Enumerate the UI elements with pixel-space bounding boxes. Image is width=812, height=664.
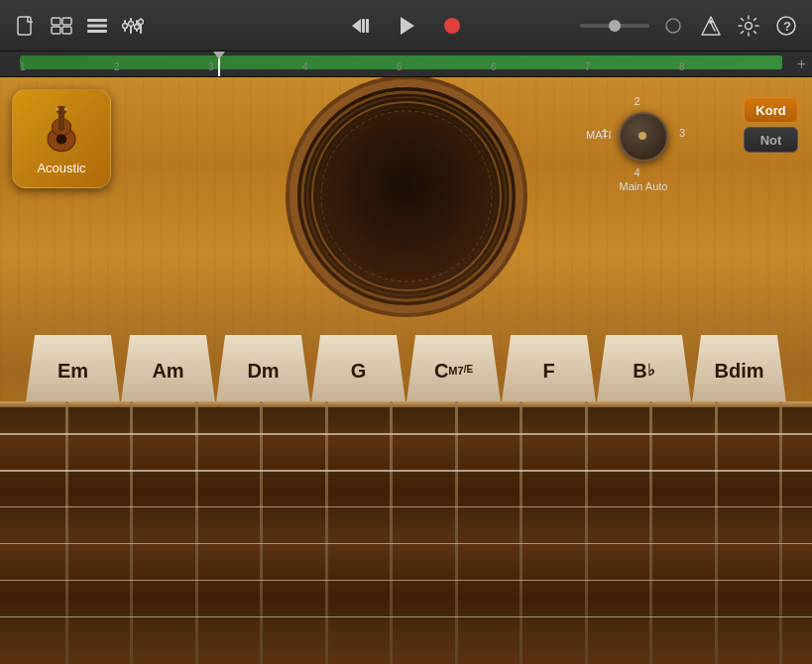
fret-nut bbox=[0, 401, 812, 407]
play-button[interactable] bbox=[391, 10, 422, 42]
string-6 bbox=[0, 616, 812, 617]
fret-line-8 bbox=[520, 401, 522, 664]
svg-rect-1 bbox=[52, 18, 60, 25]
chord-am[interactable]: Am bbox=[121, 335, 216, 406]
svg-point-31 bbox=[57, 134, 66, 144]
add-track-button[interactable]: + bbox=[797, 55, 806, 73]
svg-rect-3 bbox=[52, 27, 60, 34]
svg-point-13 bbox=[129, 21, 134, 26]
chord-cm7e[interactable]: CM7/E bbox=[406, 335, 502, 406]
knob-pos-4: 4 bbox=[634, 166, 639, 178]
kord-button[interactable]: Kord bbox=[744, 97, 798, 123]
knob-indicator bbox=[638, 132, 646, 140]
svg-rect-7 bbox=[87, 30, 107, 33]
svg-marker-22 bbox=[702, 17, 720, 35]
timeline-ruler[interactable]: 1 2 3 4 5 6 7 8 + bbox=[0, 52, 812, 77]
mode-buttons-panel: Kord Not bbox=[744, 97, 798, 153]
knob-pos-3: 3 bbox=[679, 127, 685, 139]
fret-line-5 bbox=[325, 401, 328, 664]
mixer-icon[interactable] bbox=[119, 12, 147, 40]
record-button[interactable] bbox=[436, 10, 468, 42]
svg-point-33 bbox=[56, 107, 58, 110]
list-view-icon[interactable] bbox=[83, 12, 111, 40]
fret-line-1 bbox=[65, 401, 68, 664]
not-button[interactable]: Not bbox=[744, 127, 798, 153]
rewind-button[interactable] bbox=[345, 10, 377, 42]
view-toggle-icon[interactable] bbox=[48, 12, 75, 40]
instrument-tile[interactable]: Acoustic bbox=[12, 89, 111, 188]
svg-text:?: ? bbox=[783, 19, 791, 34]
string-1 bbox=[0, 433, 812, 435]
ruler-mark-5: 5 bbox=[397, 61, 403, 72]
guitar-icon bbox=[36, 103, 87, 155]
ruler-mark-3: 3 bbox=[208, 61, 214, 72]
svg-marker-19 bbox=[401, 17, 414, 35]
svg-rect-18 bbox=[366, 19, 369, 33]
chord-em[interactable]: Em bbox=[26, 335, 121, 406]
fret-line-7 bbox=[455, 401, 458, 664]
fret-line-4 bbox=[260, 401, 263, 664]
toolbar: ? bbox=[0, 0, 812, 52]
svg-rect-4 bbox=[62, 27, 71, 34]
knob-control[interactable] bbox=[619, 112, 668, 162]
fret-line-12 bbox=[779, 401, 782, 664]
help-icon[interactable]: ? bbox=[772, 12, 800, 40]
chord-dm[interactable]: Dm bbox=[216, 335, 311, 406]
ruler-mark-2: 2 bbox=[114, 61, 120, 72]
volume-slider[interactable] bbox=[580, 24, 649, 28]
svg-rect-0 bbox=[18, 17, 31, 35]
ruler-mark-1: 1 bbox=[20, 61, 26, 72]
guitar-fretboard[interactable] bbox=[0, 401, 812, 664]
guitar-soundhole-area bbox=[278, 77, 535, 325]
control-position-label: Main Auto bbox=[620, 180, 668, 192]
metronome-icon[interactable] bbox=[697, 12, 725, 40]
chord-g[interactable]: G bbox=[311, 335, 406, 406]
svg-marker-16 bbox=[352, 19, 361, 33]
circle-indicator bbox=[659, 12, 687, 40]
fret-line-10 bbox=[649, 401, 652, 664]
knob-area[interactable]: MATI 2 3 1 4 bbox=[604, 97, 683, 176]
svg-point-36 bbox=[307, 97, 506, 295]
svg-point-20 bbox=[444, 18, 460, 34]
svg-rect-5 bbox=[87, 19, 107, 22]
string-4 bbox=[0, 543, 812, 544]
svg-rect-2 bbox=[62, 18, 71, 25]
right-tools: ? bbox=[580, 12, 800, 40]
ruler-mark-8: 8 bbox=[679, 61, 685, 72]
fret-line-9 bbox=[585, 401, 588, 664]
new-document-icon[interactable] bbox=[12, 12, 40, 40]
fret-line-3 bbox=[195, 401, 198, 664]
ruler-mark-4: 4 bbox=[302, 61, 308, 72]
knob-pos-2: 2 bbox=[634, 95, 639, 107]
svg-point-14 bbox=[135, 24, 140, 29]
svg-rect-30 bbox=[58, 111, 63, 130]
control-panel: MATI 2 3 1 4 Main Auto bbox=[604, 97, 683, 192]
soundhole bbox=[297, 87, 516, 305]
svg-point-37 bbox=[312, 102, 501, 290]
chord-f[interactable]: F bbox=[502, 335, 597, 406]
svg-point-34 bbox=[64, 107, 67, 110]
fret-line-6 bbox=[390, 401, 393, 664]
svg-point-38 bbox=[317, 107, 496, 285]
chord-bdim[interactable]: Bdim bbox=[692, 335, 787, 406]
settings-icon[interactable] bbox=[735, 12, 762, 40]
knob-pos-1: 1 bbox=[602, 127, 608, 139]
svg-rect-17 bbox=[362, 19, 365, 33]
svg-point-39 bbox=[321, 111, 492, 281]
transport-controls bbox=[345, 10, 468, 42]
fret-line-2 bbox=[130, 401, 133, 664]
svg-point-12 bbox=[123, 23, 128, 28]
svg-point-25 bbox=[746, 22, 753, 29]
svg-point-15 bbox=[139, 19, 144, 24]
svg-point-21 bbox=[666, 19, 680, 33]
string-2 bbox=[0, 470, 812, 472]
svg-rect-6 bbox=[87, 24, 107, 27]
fret-line-11 bbox=[715, 401, 718, 664]
playhead[interactable] bbox=[218, 52, 220, 77]
svg-point-24 bbox=[709, 20, 713, 24]
main-content: Acoustic MATI 2 3 1 4 bbox=[0, 77, 812, 664]
svg-point-35 bbox=[302, 92, 511, 300]
chords-row: Em Am Dm G CM7/E F B♭ Bdim bbox=[0, 327, 812, 406]
chord-bb[interactable]: B♭ bbox=[597, 335, 692, 406]
string-5 bbox=[0, 580, 812, 581]
